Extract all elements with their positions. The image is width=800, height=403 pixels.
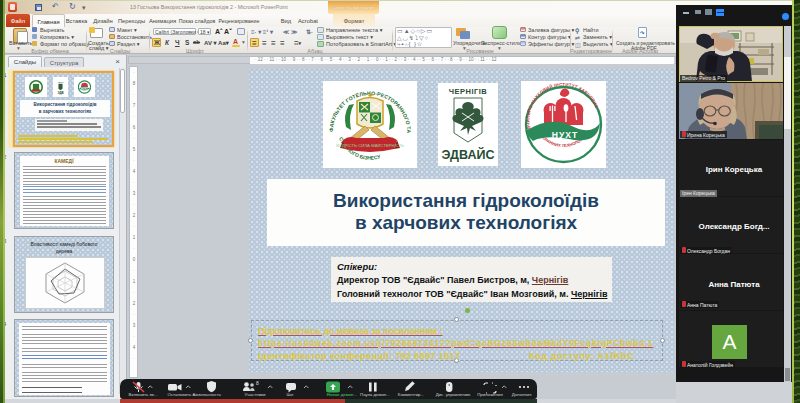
svg-text:ЭДВ: ЭДВ bbox=[57, 91, 63, 95]
svg-text:ЧЕРНІГІВ: ЧЕРНІГІВ bbox=[449, 87, 488, 96]
svg-text:ЭДВАЙС: ЭДВАЙС bbox=[442, 147, 495, 162]
svg-text:НУХТ: НУХТ bbox=[81, 87, 88, 91]
svg-text:МУДРІСТЬ·СИЛА·МАЙСТЕРНІСТЬ: МУДРІСТЬ·СИЛА·МАЙСТЕРНІСТЬ bbox=[336, 143, 404, 148]
svg-text:ЧЕРН: ЧЕРН bbox=[57, 81, 64, 84]
svg-text:8: 8 bbox=[256, 380, 259, 386]
svg-text:НУХТ: НУХТ bbox=[552, 130, 579, 140]
